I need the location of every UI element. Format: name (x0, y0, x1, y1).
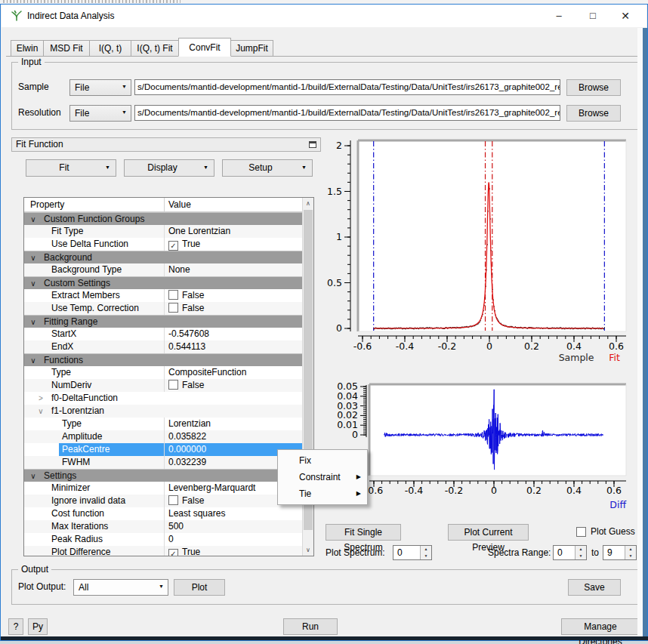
checked-checkbox[interactable]: ✓ (168, 549, 178, 556)
resolution-browse-button[interactable]: Browse (566, 105, 621, 122)
fit-property-table[interactable]: Property Value ∨ Custom Function GroupsF… (23, 197, 314, 556)
table-row-f1-lorentzian[interactable]: ∨ f1-Lorentzian (24, 405, 303, 418)
input-group-title: Input (18, 57, 45, 67)
tab-convfit[interactable]: ConvFit (178, 38, 231, 57)
column-divider (164, 238, 165, 251)
table-row-numderiv[interactable]: NumDerivFalse (24, 379, 303, 392)
chevron-down-icon: ▼ (301, 165, 307, 170)
manage-directories-button[interactable]: Manage Directories (561, 618, 640, 635)
column-divider (164, 366, 165, 379)
plot-guess-checkbox[interactable] (576, 527, 586, 537)
plot-current-preview-button[interactable]: Plot Current Preview (448, 524, 529, 541)
menu-item-tie[interactable]: Tie▶ (278, 485, 367, 502)
table-row-peakcentre[interactable]: PeakCentre0.000000 (24, 443, 303, 456)
unchecked-checkbox[interactable] (168, 290, 178, 300)
float-dock-icon[interactable] (309, 141, 316, 148)
table-row-endx[interactable]: EndX0.544113 (24, 340, 303, 353)
table-row-f0-deltafunction[interactable]: > f0-DeltaFunction (24, 392, 303, 405)
chevron-down-icon: ▼ (105, 165, 110, 170)
property-value: -0.547608 (168, 328, 209, 340)
table-row-use-delta-function[interactable]: Use Delta Function✓True (24, 238, 303, 251)
checked-checkbox[interactable]: ✓ (168, 241, 178, 251)
spin-down-icon[interactable]: ▼ (421, 553, 431, 559)
scroll-down-icon[interactable]: ∨ (303, 544, 313, 556)
resolution-source-combo[interactable]: File ▼ (69, 105, 131, 122)
display-menu-button[interactable]: Display ▼ (124, 159, 214, 177)
table-row-peak-radius[interactable]: Peak Radius0 (24, 533, 303, 546)
save-button[interactable]: Save (568, 579, 621, 596)
menu-item-fix[interactable]: Fix (278, 452, 367, 469)
svg-text:0: 0 (336, 322, 342, 334)
sample-source-combo[interactable]: File ▼ (69, 79, 131, 96)
table-row-type[interactable]: TypeCompositeFunction (24, 366, 303, 379)
run-button[interactable]: Run (283, 618, 338, 635)
scroll-up-icon[interactable]: ∧ (303, 198, 313, 209)
table-row-startx[interactable]: StartX-0.547608 (24, 328, 303, 340)
property-name: Cost function (51, 507, 104, 520)
tab-i-q-t-[interactable]: I(Q, t) (89, 40, 131, 57)
plot-output-combo[interactable]: All ▼ (73, 579, 168, 596)
plot-button[interactable]: Plot (174, 579, 225, 596)
diff-plot[interactable]: 00.010.020.030.040.05-0.6-0.4-0.200.20.4… (327, 379, 640, 515)
maximize-icon[interactable]: □ (581, 5, 605, 27)
column-divider (164, 263, 165, 276)
sample-browse-button[interactable]: Browse (566, 79, 621, 96)
table-row-minimizer[interactable]: MinimizerLevenberg-Marquardt (24, 482, 303, 495)
chevron-right-icon[interactable]: > (36, 392, 45, 405)
svg-text:0.02: 0.02 (337, 409, 358, 421)
tab-elwin[interactable]: Elwin (11, 40, 44, 57)
menu-item-constraint[interactable]: Constraint▶ (278, 469, 367, 485)
sample-fit-plot[interactable]: 00.511.52-0.6-0.4-0.200.20.40.6FitSample (327, 137, 640, 364)
table-row-fwhm[interactable]: FWHM0.032239 (24, 456, 303, 469)
close-icon[interactable]: ✕ (613, 5, 637, 27)
chevron-down-icon[interactable]: ∨ (36, 405, 45, 418)
property-value: False (168, 302, 204, 315)
setup-menu-button[interactable]: Setup ▼ (222, 159, 313, 177)
group-row-custom-function-groups[interactable]: ∨ Custom Function Groups (24, 212, 303, 225)
tab-i-q-t-fit[interactable]: I(Q, t) Fit (131, 40, 179, 57)
group-row-custom-settings[interactable]: ∨ Custom Settings (24, 276, 303, 289)
table-row-amplitude[interactable]: Amplitude0.035822 (24, 430, 303, 443)
table-row-background-type[interactable]: Background TypeNone (24, 263, 303, 276)
property-name: Type (62, 418, 82, 430)
group-row-settings[interactable]: ∨ Settings (24, 469, 303, 482)
spin-down-icon[interactable]: ▼ (575, 553, 586, 559)
unchecked-checkbox[interactable] (168, 303, 178, 313)
spin-up-icon[interactable]: ▲ (575, 546, 586, 553)
svg-text:2: 2 (336, 140, 342, 151)
table-row-cost-function[interactable]: Cost functionLeast squares (24, 507, 303, 520)
sample-file-field[interactable]: s/Documents/mantid-development/mantid-1/… (134, 79, 560, 95)
group-row-functions[interactable]: ∨ Functions (24, 353, 303, 366)
fit-single-spectrum-button[interactable]: Fit Single Spectrum (326, 524, 401, 541)
tab-msd-fit[interactable]: MSD Fit (43, 40, 90, 57)
plot-spectrum-spinner[interactable]: 0 ▲▼ (393, 545, 432, 560)
spin-up-icon[interactable]: ▲ (421, 546, 431, 553)
table-row-type[interactable]: TypeLorentzian (24, 418, 303, 430)
property-name: Use Delta Function (51, 238, 128, 251)
fit-menu-button[interactable]: Fit ▼ (26, 159, 116, 177)
spectra-from-spinner[interactable]: 0 ▲▼ (553, 545, 587, 560)
table-row-fit-type[interactable]: Fit TypeOne Lorentzian (24, 225, 303, 238)
property-value: Least squares (168, 507, 225, 520)
table-row-ignore-invalid-data[interactable]: Ignore invalid dataFalse (24, 495, 303, 507)
minimize-icon[interactable]: – (547, 5, 571, 27)
table-row-extract-members[interactable]: Extract MembersFalse (24, 289, 303, 302)
table-row-plot-difference[interactable]: Plot Difference✓True (24, 546, 303, 556)
tab-jumpfit[interactable]: JumpFit (230, 40, 273, 57)
unchecked-checkbox[interactable] (168, 495, 178, 505)
resolution-file-field[interactable]: s/Documents/mantid-development/mantid-1/… (134, 105, 560, 121)
spectra-from-value: 0 (557, 546, 563, 559)
group-row-fitting-range[interactable]: ∨ Fitting Range (24, 315, 303, 328)
python-button[interactable]: Py (28, 618, 48, 635)
group-row-background[interactable]: ∨ Background (24, 251, 303, 263)
table-row-use-temp-correction[interactable]: Use Temp. CorrectionFalse (24, 302, 303, 315)
table-row-max-iterations[interactable]: Max Iterations500 (24, 520, 303, 533)
spectra-to-spinner[interactable]: 9 ▲▼ (603, 545, 637, 560)
help-button[interactable]: ? (8, 618, 23, 635)
spin-up-icon[interactable]: ▲ (625, 546, 636, 553)
spin-down-icon[interactable]: ▼ (625, 553, 636, 559)
unchecked-checkbox[interactable] (168, 380, 178, 390)
column-divider (164, 430, 165, 443)
chevron-down-icon: ∨ (29, 316, 38, 328)
svg-text:0: 0 (352, 429, 358, 440)
